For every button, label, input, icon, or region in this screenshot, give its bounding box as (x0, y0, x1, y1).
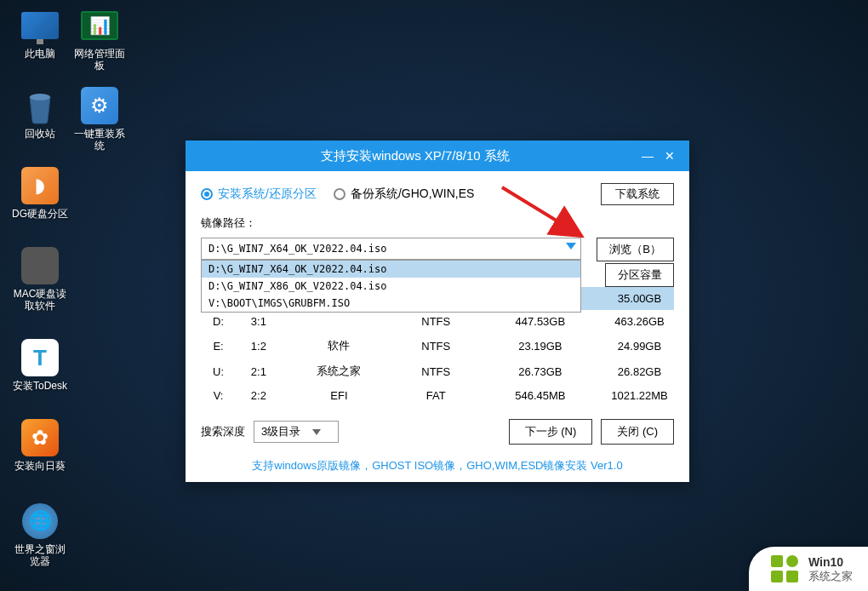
watermark-line2: 系统之家 (808, 570, 853, 583)
chevron-down-icon (312, 429, 321, 435)
svg-rect-3 (771, 555, 783, 567)
dropdown-item[interactable]: D:\G_WIN7_X64_OK_V2022.04.iso (202, 261, 580, 278)
radio-install[interactable]: 安装系统/还原分区 (201, 186, 317, 202)
cell-fs: NTFS (397, 333, 475, 359)
installer-dialog: 支持安装windows XP/7/8/10 系统 — ✕ 安装系统/还原分区 备… (186, 141, 689, 482)
minimize-button[interactable]: — (637, 147, 659, 164)
network-icon (81, 7, 118, 44)
svg-rect-4 (786, 555, 798, 567)
cell-used: 26.73GB (475, 359, 605, 384)
gear-icon: ⚙ (81, 87, 118, 124)
todesk-icon: T (21, 339, 59, 376)
cell-name: 软件 (282, 333, 397, 359)
cell-cap: 463.26GB (606, 310, 674, 333)
next-button[interactable]: 下一步 (N) (509, 419, 593, 445)
cell-fs: FAT (397, 384, 475, 407)
cell-idx: 1:2 (236, 333, 281, 359)
desktop-icon-dg[interactable]: ◗ DG硬盘分区 (10, 167, 70, 220)
desktop-icon-reinstall[interactable]: ⚙ 一键重装系统 (70, 87, 129, 152)
globe-icon: 🌐 (21, 502, 59, 540)
desktop-icon-browser[interactable]: 🌐 世界之窗浏览器 (10, 502, 70, 568)
desktop-icon-this-pc[interactable]: 此电脑 (10, 7, 70, 60)
table-row[interactable]: E: 1:2 软件 NTFS 23.19GB 24.99GB (201, 333, 674, 359)
cell-fs: NTFS (397, 310, 475, 333)
table-row[interactable]: U: 2:1 系统之家 NTFS 26.73GB 26.82GB (201, 359, 674, 384)
radio-label: 备份系统/GHO,WIN,ES (351, 186, 474, 202)
desktop-icon-todesk[interactable]: T 安装ToDesk (10, 339, 70, 392)
cell-idx: 2:2 (236, 384, 281, 407)
icon-label: 一键重装系统 (70, 128, 129, 152)
cell-drive: V: (201, 384, 236, 407)
close-button[interactable]: ✕ (659, 147, 681, 164)
svg-rect-6 (786, 571, 798, 582)
bottom-controls: 搜索深度 3级目录 下一步 (N) 关闭 (C) (201, 419, 674, 445)
icon-label: 安装ToDesk (13, 380, 67, 392)
icon-label: 安装向日葵 (14, 460, 66, 472)
download-system-button[interactable]: 下载系统 (601, 183, 674, 205)
watermark: Win10 系统之家 (749, 547, 868, 591)
radio-icon (201, 188, 213, 200)
sunflower-icon: ✿ (21, 419, 59, 456)
select-value: 3级目录 (261, 424, 300, 439)
watermark-logo-icon (769, 554, 800, 584)
column-header-capacity: 分区容量 (606, 264, 674, 287)
cell-used: 546.45MB (475, 384, 605, 407)
table-row[interactable]: V: 2:2 EFI FAT 546.45MB 1021.22MB (201, 384, 674, 407)
radio-icon (334, 188, 345, 200)
cell-name: EFI (282, 384, 397, 407)
cell-drive: U: (201, 359, 236, 384)
footer-text: 支持windows原版镜像，GHOST ISO镜像，GHO,WIM,ESD镜像安… (201, 453, 674, 473)
icon-label: 此电脑 (25, 48, 55, 60)
image-path-label: 镜像路径： (201, 215, 674, 231)
icon-label: 回收站 (25, 128, 55, 140)
search-depth-label: 搜索深度 (201, 424, 245, 439)
cell-used: 447.53GB (475, 310, 605, 333)
svg-rect-5 (771, 571, 783, 582)
browse-button[interactable]: 浏览（B） (597, 238, 674, 261)
disk-icon: ◗ (21, 167, 59, 204)
desktop-icon-sunlogin[interactable]: ✿ 安装向日葵 (10, 419, 70, 472)
icon-label: DG硬盘分区 (12, 208, 68, 220)
watermark-text: Win10 系统之家 (808, 555, 853, 582)
pc-icon (21, 7, 59, 44)
cell-drive: D: (201, 310, 236, 333)
table-row[interactable]: D: 3:1 NTFS 447.53GB 463.26GB (201, 310, 674, 333)
desktop-icon-mac[interactable]: MAC硬盘读取软件 (10, 247, 70, 313)
desktop-icon-trash[interactable]: 回收站 (10, 87, 70, 140)
path-dropdown-list: D:\G_WIN7_X64_OK_V2022.04.iso D:\G_WIN7_… (201, 260, 581, 313)
search-depth-select[interactable]: 3级目录 (254, 421, 339, 443)
titlebar[interactable]: 支持安装windows XP/7/8/10 系统 — ✕ (186, 141, 689, 171)
path-combobox[interactable]: D:\G_WIN7_X64_OK_V2022.04.iso D:\G_WIN7_… (201, 238, 581, 260)
cell-fs: NTFS (397, 359, 475, 384)
cell-name (282, 310, 397, 333)
window-title: 支持安装windows XP/7/8/10 系统 (194, 148, 637, 164)
cell-name: 系统之家 (282, 359, 397, 384)
chevron-down-icon[interactable] (566, 243, 576, 250)
svg-point-0 (30, 94, 50, 100)
watermark-line1: Win10 (808, 555, 853, 570)
cell-cap: 1021.22MB (606, 384, 674, 407)
cell-used: 23.19GB (475, 333, 605, 359)
icon-label: 世界之窗浏览器 (10, 543, 70, 568)
apple-icon (21, 247, 59, 284)
dropdown-item[interactable]: D:\G_WIN7_X86_OK_V2022.04.iso (202, 278, 580, 295)
desktop-icon-network[interactable]: 网络管理面板 (70, 7, 129, 72)
close-button[interactable]: 关闭 (C) (601, 419, 674, 445)
cell-drive: E: (201, 333, 236, 359)
icon-label: 网络管理面板 (70, 48, 129, 72)
radio-label: 安装系统/还原分区 (218, 186, 317, 202)
cell-cap: 35.00GB (606, 287, 674, 311)
radio-backup[interactable]: 备份系统/GHO,WIN,ES (334, 186, 474, 202)
image-path-input[interactable] (201, 238, 581, 260)
cell-idx: 2:1 (236, 359, 281, 384)
cell-cap: 24.99GB (606, 333, 674, 359)
icon-label: MAC硬盘读取软件 (10, 288, 70, 313)
mode-radio-row: 安装系统/还原分区 备份系统/GHO,WIN,ES 下载系统 (201, 183, 674, 205)
cell-cap: 26.82GB (606, 359, 674, 384)
cell-idx: 3:1 (236, 310, 281, 333)
dropdown-item[interactable]: V:\BOOT\IMGS\GRUBFM.ISO (202, 295, 580, 312)
trash-icon (21, 87, 59, 124)
